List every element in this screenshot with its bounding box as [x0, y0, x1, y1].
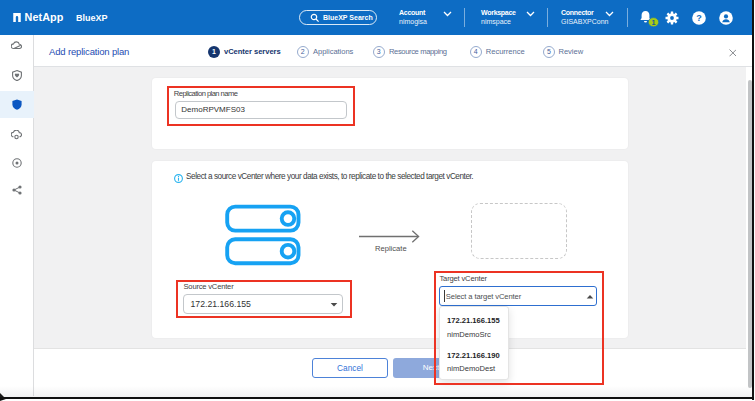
svg-text:?: ?	[696, 13, 702, 23]
svg-text:1: 1	[651, 18, 655, 27]
